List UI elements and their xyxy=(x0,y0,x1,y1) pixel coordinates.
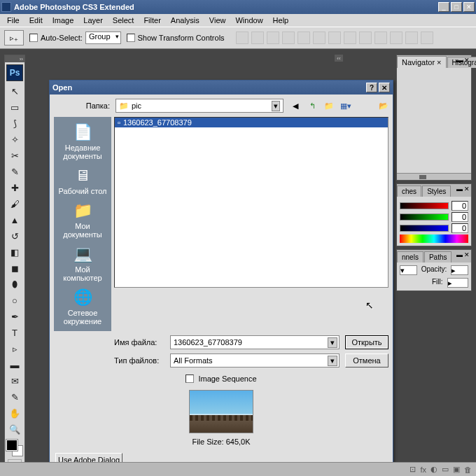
auto-select-checkbox[interactable] xyxy=(29,34,38,42)
tab-swatches[interactable]: ches xyxy=(397,186,421,197)
status-icon[interactable]: 🗑 xyxy=(464,465,472,474)
eyedropper-tool[interactable]: ✎ xyxy=(6,164,23,179)
panel-collapse-icon[interactable]: ▬ xyxy=(456,186,463,192)
folder-dropdown[interactable]: 📁 pic xyxy=(115,99,284,113)
place-network[interactable]: 🌐Сетевое окружение xyxy=(54,285,111,328)
align-icon[interactable] xyxy=(236,31,248,44)
dodge-tool[interactable]: ○ xyxy=(6,293,23,308)
menu-filter[interactable]: Filter xyxy=(139,15,164,26)
align-icon[interactable] xyxy=(298,31,310,44)
status-icon[interactable]: ⊡ xyxy=(410,465,416,474)
auto-select-dropdown[interactable]: Group xyxy=(85,31,121,44)
eraser-tool[interactable]: ◧ xyxy=(6,244,23,260)
gradient-tool[interactable]: ◼ xyxy=(6,260,23,276)
cancel-button[interactable]: Отмена xyxy=(345,354,388,368)
open-button[interactable]: Открыть xyxy=(345,335,388,349)
align-icon[interactable] xyxy=(421,31,433,44)
wand-tool[interactable]: ✧ xyxy=(6,132,23,147)
back-icon[interactable]: ◀ xyxy=(289,99,302,112)
align-icon[interactable] xyxy=(374,31,387,44)
healing-tool[interactable]: ✚ xyxy=(6,180,23,195)
file-list[interactable]: ▫ 1360623_67708379 xyxy=(114,117,388,288)
close-button[interactable]: ✕ xyxy=(463,2,475,12)
r-slider[interactable] xyxy=(400,202,449,209)
panel-close-icon[interactable]: ✕ xyxy=(464,57,470,64)
align-icon[interactable] xyxy=(390,31,402,44)
blur-tool[interactable]: ⬮ xyxy=(6,276,23,292)
b-slider[interactable] xyxy=(400,225,449,232)
tool-preset-picker[interactable]: ▹₊ xyxy=(4,30,24,46)
pen-tool[interactable]: ✒ xyxy=(6,309,23,324)
status-icon[interactable]: ▭ xyxy=(442,465,449,474)
menu-analysis[interactable]: Analysis xyxy=(167,15,204,26)
history-brush-tool[interactable]: ↺ xyxy=(6,228,23,244)
status-icon[interactable]: ◐ xyxy=(430,465,438,474)
align-icon[interactable] xyxy=(313,31,326,44)
tools-panel-header[interactable]: ›› xyxy=(5,55,24,62)
notes-tool[interactable]: ✉ xyxy=(6,373,23,388)
dialog-titlebar[interactable]: Open ? ✕ xyxy=(50,80,393,94)
dialog-help-button[interactable]: ? xyxy=(366,83,377,92)
view-menu-icon[interactable]: ▦▾ xyxy=(340,99,352,112)
type-tool[interactable]: T xyxy=(6,325,23,340)
dialog-close-button[interactable]: ✕ xyxy=(379,83,390,92)
filetype-dropdown[interactable]: All Formats xyxy=(170,354,340,368)
b-value[interactable]: 0 xyxy=(451,223,468,233)
tab-channels[interactable]: nnels xyxy=(397,251,424,262)
eyedropper2-tool[interactable]: ✎ xyxy=(6,389,23,405)
dock-collapse-icon[interactable]: ‹‹ xyxy=(335,55,343,62)
hue-strip[interactable] xyxy=(400,234,468,243)
panel-close-icon[interactable]: ✕ xyxy=(464,251,470,258)
status-icon[interactable]: ▣ xyxy=(453,465,460,474)
lasso-tool[interactable]: ⟆ xyxy=(6,115,23,131)
image-sequence-checkbox[interactable] xyxy=(186,374,194,383)
color-swatches[interactable] xyxy=(6,440,23,456)
favorites-icon[interactable]: 📂 xyxy=(379,102,388,111)
navigator-zoom-slider[interactable] xyxy=(397,173,471,180)
align-icon[interactable] xyxy=(359,31,372,44)
move-tool[interactable]: ↖ xyxy=(6,83,23,99)
blend-mode-dropdown[interactable]: ▾ xyxy=(400,265,417,275)
up-icon[interactable]: ↰ xyxy=(306,99,318,112)
foreground-color[interactable] xyxy=(6,440,18,451)
minimize-button[interactable]: _ xyxy=(438,2,449,12)
menu-select[interactable]: Select xyxy=(108,15,139,26)
panel-close-icon[interactable]: ✕ xyxy=(464,186,470,192)
place-mycomp[interactable]: 💻Мой компьютер xyxy=(54,241,111,285)
menu-window[interactable]: Window xyxy=(231,15,267,26)
brush-tool[interactable]: 🖌 xyxy=(6,196,23,211)
shape-tool[interactable]: ▬ xyxy=(6,357,23,372)
menu-view[interactable]: View xyxy=(205,15,230,26)
g-value[interactable]: 0 xyxy=(451,212,468,222)
place-recent[interactable]: 📄Недавние документы xyxy=(54,120,111,163)
path-tool[interactable]: ▹ xyxy=(6,341,23,356)
menu-file[interactable]: File xyxy=(3,15,24,26)
opacity-field[interactable]: ▸ xyxy=(451,265,468,275)
filename-input[interactable]: 1360623_67708379 xyxy=(170,335,340,349)
tab-styles[interactable]: Styles xyxy=(422,186,451,197)
menu-help[interactable]: Help xyxy=(269,15,293,26)
align-icon[interactable] xyxy=(328,31,341,44)
crop-tool[interactable]: ✂ xyxy=(6,148,23,163)
hand-tool[interactable]: ✋ xyxy=(6,405,23,421)
align-icon[interactable] xyxy=(405,31,418,44)
panel-collapse-icon[interactable]: ▬ xyxy=(456,251,463,258)
maximize-button[interactable]: □ xyxy=(451,2,462,12)
stamp-tool[interactable]: ▲ xyxy=(6,212,23,227)
align-icon[interactable] xyxy=(344,31,356,44)
menu-layer[interactable]: Layer xyxy=(79,15,107,26)
fill-field[interactable]: ▸ xyxy=(447,278,468,288)
tab-navigator[interactable]: Navigator× xyxy=(397,56,447,68)
file-item[interactable]: ▫ 1360623_67708379 xyxy=(115,118,388,127)
marquee-tool[interactable]: ▭ xyxy=(6,99,23,115)
zoom-tool[interactable]: 🔍 xyxy=(6,421,23,437)
place-desktop[interactable]: 🖥Рабочий стол xyxy=(54,163,111,198)
show-transform-checkbox[interactable] xyxy=(127,34,135,42)
menu-image[interactable]: Image xyxy=(48,15,78,26)
align-icon[interactable] xyxy=(251,31,264,44)
r-value[interactable]: 0 xyxy=(451,201,468,211)
align-icon[interactable] xyxy=(282,31,295,44)
align-icon[interactable] xyxy=(267,31,279,44)
place-mydocs[interactable]: 📁Мои документы xyxy=(54,198,111,241)
tab-paths[interactable]: Paths xyxy=(424,251,452,262)
